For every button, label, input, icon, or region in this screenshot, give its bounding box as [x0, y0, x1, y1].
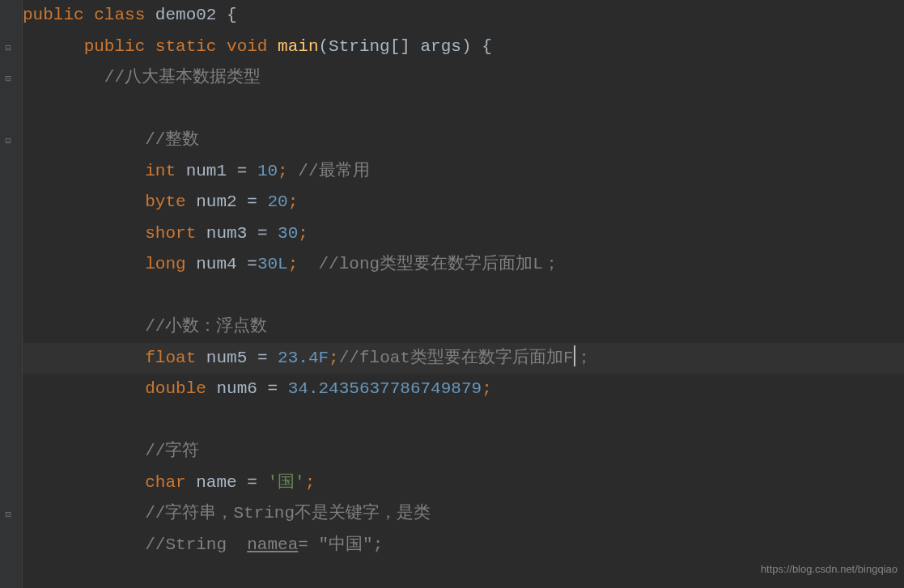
keyword-float: float: [145, 349, 206, 367]
editor-gutter: ⊟ ⊟ ⊟ ⊟: [0, 0, 23, 588]
number-literal: 10: [257, 162, 278, 180]
variable: num3: [206, 224, 257, 243]
comment: //float: [339, 349, 410, 367]
code-line: short num3 = 30;: [23, 218, 904, 250]
keyword-int: int: [145, 162, 185, 180]
fold-icon[interactable]: ⊟: [2, 42, 15, 55]
comment-text: 小数：浮点数: [165, 317, 267, 336]
code-line: public static void main(String[] args) {: [23, 32, 904, 63]
number-literal: 30: [278, 224, 298, 243]
code-line: //字符串，String不是关键字，是类: [23, 498, 904, 530]
fold-icon[interactable]: ⊟: [2, 135, 15, 148]
brace: {: [227, 6, 237, 24]
code-line: //整数: [23, 125, 904, 156]
number-literal: 23.4F: [278, 349, 329, 367]
variable: num1: [186, 162, 237, 180]
watermark-text: https://blog.csdn.net/bingqiao: [761, 554, 898, 586]
comment-text: 最常用: [319, 162, 370, 180]
code-line: byte num2 = 20;: [23, 187, 904, 218]
comment: //String: [145, 535, 247, 554]
class-name: demo02: [155, 6, 227, 24]
number-literal: 30L: [257, 255, 288, 273]
code-line: //字符: [23, 436, 904, 467]
code-line: double num6 = 34.2435637786749879;: [23, 374, 904, 405]
number-literal: 34.2435637786749879: [288, 379, 482, 398]
keyword-short: short: [145, 224, 206, 243]
comment-text: 类型要在数字后面加L；: [380, 255, 560, 273]
keyword-public: public: [84, 37, 155, 56]
code-editor[interactable]: public class demo02 { public static void…: [23, 0, 904, 561]
comment-text: 八大基本数据类型: [125, 68, 261, 87]
code-line-empty: [23, 94, 904, 125]
comment: //: [145, 317, 165, 336]
comment-text: 类型要在数字后面加F: [410, 349, 574, 367]
comment: //long: [319, 255, 380, 273]
code-line: long num4 =30L; //long类型要在数字后面加L；: [23, 249, 904, 281]
keyword-class: class: [94, 6, 155, 24]
keyword-byte: byte: [145, 192, 196, 211]
char-literal: '国': [267, 473, 304, 492]
params: (String[] args): [319, 37, 482, 56]
comment: //: [298, 162, 318, 180]
code-line-empty: [23, 281, 904, 312]
variable: name: [196, 473, 247, 492]
code-line-empty: [23, 405, 904, 437]
keyword-public: public: [23, 6, 94, 24]
variable: num2: [196, 192, 247, 211]
variable: num4: [196, 255, 247, 273]
comment: //: [145, 130, 165, 149]
variable: num5: [206, 349, 257, 367]
code-line: //八大基本数据类型: [23, 62, 904, 94]
keyword-double: double: [145, 379, 216, 398]
comment-text: 整数: [165, 130, 199, 149]
brace: {: [482, 37, 492, 56]
keyword-void: void: [227, 37, 278, 56]
code-line: int num1 = 10; //最常用: [23, 156, 904, 188]
comment-text: 字符: [165, 442, 199, 460]
keyword-long: long: [145, 255, 196, 273]
keyword-char: char: [145, 473, 196, 492]
comment: //: [145, 504, 165, 522]
fold-icon[interactable]: ⊟: [2, 509, 15, 522]
code-line: //小数：浮点数: [23, 311, 904, 343]
fold-icon[interactable]: ⊟: [2, 73, 15, 86]
number-literal: 20: [267, 192, 287, 211]
keyword-static: static: [155, 37, 227, 56]
variable: num6: [216, 379, 267, 398]
comment: //: [145, 442, 165, 460]
code-line-active: float num5 = 23.4F;//float类型要在数字后面加F；: [23, 343, 904, 374]
code-line: char name = '国';: [23, 467, 904, 499]
variable-underlined: namea: [247, 535, 298, 554]
comment: //: [104, 68, 125, 87]
method-name: main: [278, 37, 318, 56]
code-line: public class demo02 {: [23, 0, 904, 32]
